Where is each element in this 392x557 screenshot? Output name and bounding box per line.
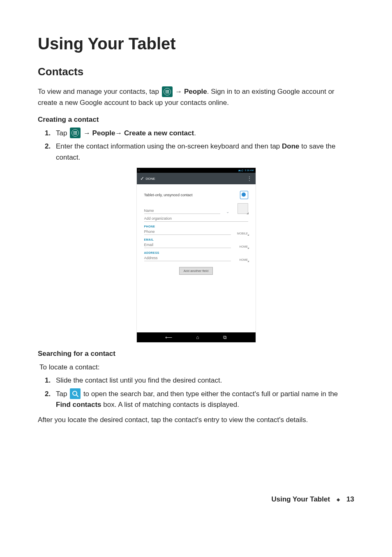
svg-rect-5 <box>167 91 168 92</box>
svg-rect-14 <box>74 132 74 133</box>
status-icons: ⬒ ⏱ <box>238 169 244 172</box>
add-another-field-button[interactable]: Add another field <box>179 267 213 275</box>
editor-header: ✓ DONE ⋮ <box>137 173 256 184</box>
check-icon: ✓ <box>140 176 144 181</box>
svg-line-21 <box>76 395 78 397</box>
step1-end: . <box>194 129 196 137</box>
svg-rect-13 <box>76 131 77 132</box>
footer-page-number: 13 <box>346 495 354 504</box>
email-input[interactable] <box>144 242 231 248</box>
footer-section-name: Using Your Tablet <box>271 495 330 504</box>
android-status-bar: □ ⬒ ⏱ 2:16 AM <box>137 168 256 173</box>
step1-before: Tap <box>56 129 69 137</box>
recents-icon[interactable]: ⧉ <box>223 334 227 340</box>
svg-rect-11 <box>74 131 74 132</box>
svg-rect-19 <box>76 134 77 135</box>
address-type-selector[interactable]: HOME <box>235 258 248 261</box>
apps-grid-icon <box>70 128 81 138</box>
footer-diamond-icon: ◆ <box>337 497 340 502</box>
expand-name-icon[interactable]: ⌄ <box>224 209 231 214</box>
page-title: Using Your Tablet <box>38 35 354 53</box>
address-input[interactable] <box>144 255 231 261</box>
s2-before: Tap <box>56 390 69 398</box>
page-footer: Using Your Tablet ◆ 13 <box>271 495 354 504</box>
home-icon[interactable]: ⌂ <box>196 334 199 340</box>
done-label: DONE <box>146 177 155 181</box>
email-type-selector[interactable]: HOME <box>235 245 248 248</box>
apps-grid-icon <box>162 86 173 97</box>
intro-before: To view and manage your contacts, tap <box>38 88 161 95</box>
svg-rect-6 <box>168 91 169 92</box>
svg-rect-15 <box>75 132 76 133</box>
phone-type-selector[interactable]: MOBILE <box>235 232 248 235</box>
add-organization-input[interactable] <box>144 216 248 222</box>
contact-badge-icon <box>240 191 248 199</box>
searching-lead: To locate a contact: <box>39 362 354 373</box>
svg-rect-7 <box>166 93 166 93</box>
svg-rect-3 <box>168 90 169 91</box>
step2-done: Done <box>282 142 300 150</box>
intro-paragraph: To view and manage your contacts, tap → … <box>38 86 354 108</box>
svg-rect-16 <box>76 132 77 133</box>
overflow-menu-icon[interactable]: ⋮ <box>247 176 252 181</box>
svg-rect-1 <box>166 90 166 91</box>
s2-after1: to open the search bar, and then type ei… <box>83 390 338 398</box>
name-input[interactable] <box>144 208 220 214</box>
s2-after2: box. A list of matching contacts is disp… <box>101 401 239 408</box>
svg-rect-12 <box>75 131 76 132</box>
svg-rect-4 <box>166 91 166 92</box>
section-heading-contacts: Contacts <box>38 65 354 78</box>
section-label-email: EMAIL <box>144 238 248 241</box>
intro-arrow: → <box>175 88 184 95</box>
svg-rect-9 <box>168 93 169 93</box>
searching-step-1: Slide the contact list until you find th… <box>53 375 354 386</box>
svg-rect-8 <box>167 93 168 93</box>
step2-before: Enter the contact information using the … <box>56 142 282 150</box>
account-type-label: Tablet-only, unsynced contact <box>144 193 193 197</box>
svg-rect-2 <box>167 90 168 91</box>
contact-photo-picker[interactable] <box>238 203 248 214</box>
step1-mid: → <box>83 129 92 137</box>
section-label-phone: PHONE <box>144 225 248 228</box>
phone-input[interactable] <box>144 229 231 235</box>
step1-people: People <box>92 129 115 137</box>
back-icon[interactable]: ⟵ <box>165 334 172 340</box>
step1-create: Create a new contact <box>124 129 194 137</box>
done-button[interactable]: ✓ DONE <box>140 176 155 181</box>
android-nav-bar: ⟵ ⌂ ⧉ <box>137 332 256 342</box>
subheading-creating: Creating a contact <box>38 116 354 124</box>
searching-after: After you locate the desired contact, ta… <box>38 415 354 425</box>
subheading-searching: Searching for a contact <box>38 350 354 358</box>
screenshot-create-contact: □ ⬒ ⏱ 2:16 AM ✓ DONE ⋮ Tablet-only, unsy… <box>137 168 256 342</box>
status-left: □ <box>138 169 140 172</box>
creating-step-2: Enter the contact information using the … <box>53 141 354 163</box>
step1-arrow: → <box>115 129 124 137</box>
section-label-address: ADDRESS <box>144 251 248 254</box>
search-icon <box>70 388 81 399</box>
searching-step-2: Tap to open the search bar, and then typ… <box>53 389 354 411</box>
intro-people: People <box>184 88 207 95</box>
status-time: 2:16 AM <box>244 169 254 172</box>
s2-bold: Find contacts <box>56 401 101 408</box>
svg-rect-17 <box>74 134 74 135</box>
creating-step-1: Tap → People→ Create a new contact. <box>53 128 354 139</box>
svg-rect-18 <box>75 134 76 135</box>
